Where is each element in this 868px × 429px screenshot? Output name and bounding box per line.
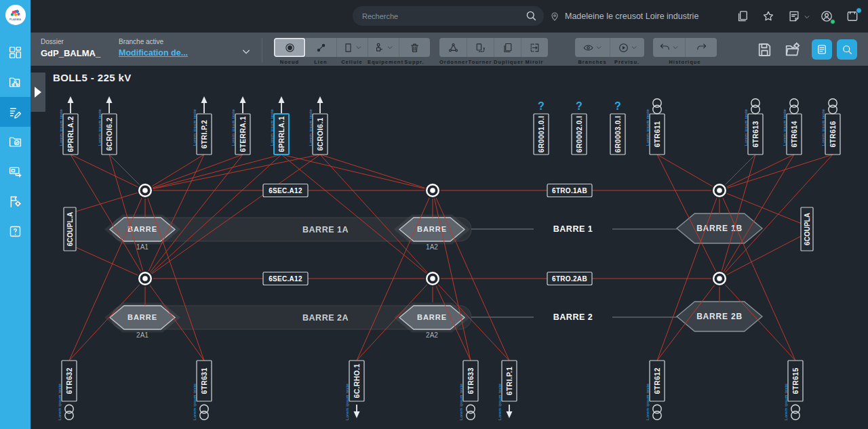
node-icon <box>284 42 296 54</box>
tool-label: Lien <box>305 59 336 65</box>
equipment-annotation: Lorem ipsum texte <box>98 108 102 146</box>
search-bar[interactable] <box>353 6 544 26</box>
save-button[interactable] <box>756 41 773 58</box>
equipment-label: 6R0003.0.I <box>614 116 622 152</box>
chevron-icon <box>387 44 393 51</box>
user-account-button[interactable] <box>820 9 834 24</box>
toolbar-group-historique: Historique <box>653 38 717 65</box>
panel-list-button[interactable] <box>812 39 832 60</box>
save-icon <box>756 41 773 58</box>
redo-icon <box>696 42 707 54</box>
device-plug-icon <box>8 165 22 179</box>
sidebar-item-flag-settings[interactable] <box>0 186 31 216</box>
tool-label: Dupliquer <box>494 59 521 65</box>
star-button[interactable] <box>762 9 776 24</box>
tool-lien[interactable] <box>305 38 336 57</box>
location-indicator[interactable]: Madeleine le creusot Loire industrie <box>549 0 698 33</box>
equipment-annotation: Lorem ipsum texte <box>193 383 197 420</box>
window-badge-button[interactable] <box>846 9 860 24</box>
tool-branches[interactable] <box>575 38 610 57</box>
junction-node-core <box>142 188 148 193</box>
app-logo[interactable]: PLASMA <box>5 5 26 25</box>
tool-noeud[interactable] <box>274 38 305 57</box>
doc-icon <box>816 43 828 56</box>
help-icon <box>8 224 22 239</box>
junction-node-core <box>430 276 435 281</box>
equipment-label: 6R0001.0.I <box>537 116 545 152</box>
undo-icon <box>659 42 671 54</box>
dossier-value: GdP_BALMA_ <box>41 48 100 58</box>
busbar-hex-label: BARRE <box>417 225 447 233</box>
sidebar-item-device-plug[interactable] <box>0 157 31 186</box>
tool-pr-visu-[interactable] <box>610 38 644 57</box>
branche-chevron-down-icon[interactable] <box>241 46 252 57</box>
equipment-label: 6TRI.P.1 <box>505 367 513 395</box>
equipment-annotation: Lorem ipsum texte <box>231 108 235 146</box>
equipment-annotation: Lorem ipsum texte <box>309 108 313 146</box>
sidebar: PLASMA <box>0 0 31 429</box>
search-icon <box>841 43 853 56</box>
cell-icon <box>342 42 354 54</box>
search-input[interactable] <box>362 6 518 26</box>
panel-search-button[interactable] <box>837 39 857 60</box>
tool-label: Prévisu. <box>610 59 644 65</box>
arrow-up-icon <box>317 96 323 103</box>
link-label-text: 6TRO.1AB <box>552 187 587 195</box>
equipment-label: 6TR611 <box>653 121 661 148</box>
sidebar-item-folder-network[interactable] <box>0 67 31 97</box>
transformer-icon <box>653 411 661 420</box>
blue-badge-dot <box>856 7 862 14</box>
notes-button[interactable] <box>787 9 802 24</box>
sidebar-item-dashboard[interactable] <box>0 37 31 67</box>
chevron-icon <box>804 14 810 20</box>
logo-text: PLASMA <box>9 18 21 21</box>
tool-suppr-[interactable] <box>399 38 430 57</box>
network-diagram: BARRE 1ABARRE 1BARRE1A1BARRE1A2BARRE 1BB… <box>31 66 868 429</box>
tool-undo[interactable] <box>653 38 685 57</box>
junction-node-core <box>142 276 148 281</box>
wire <box>320 155 433 190</box>
tool-label: Miroir <box>521 59 548 65</box>
sidebar-item-edit-list[interactable] <box>0 97 31 127</box>
equipment-label: 6TR613 <box>751 121 760 147</box>
coupler-label-text: 6COUPLA <box>804 213 811 245</box>
equipment-label: 6TR632 <box>65 367 73 394</box>
tool-dupliquer[interactable] <box>494 38 521 57</box>
copy-button[interactable] <box>736 9 750 24</box>
branche-active-link[interactable]: Modification de... <box>119 48 188 58</box>
equipment-label: 6TR633 <box>467 367 475 394</box>
wire <box>433 190 509 361</box>
equipment-annotation: Lorem ipsum texte <box>59 108 63 146</box>
arrow-up-icon <box>68 96 74 103</box>
tool-miroir[interactable] <box>521 38 548 57</box>
transformer-icon <box>200 411 208 420</box>
equipment-label: 6TRI.P.2 <box>200 120 208 148</box>
folder-gear-button[interactable] <box>784 41 801 58</box>
equipment-icon <box>374 42 385 54</box>
busbar-label: BARRE 1 <box>553 224 593 234</box>
diagram-canvas[interactable]: BOLL5 - 225 kV BARRE 1ABARRE 1BARRE1A1BA… <box>31 66 868 429</box>
chevron-icon <box>672 44 679 51</box>
tool-tourner[interactable] <box>467 38 494 57</box>
busbar-end-hex-label: BARRE 2B <box>696 312 743 321</box>
arrow-up-icon <box>201 96 208 103</box>
tool-cellule[interactable] <box>336 38 368 57</box>
equipment-annotation: Lorem ipsum texte <box>784 383 788 420</box>
busbar-hex-caption: 1A2 <box>426 243 438 251</box>
tool-equipement[interactable] <box>368 38 399 57</box>
equipment-annotation: Lorem ipsum texte <box>646 383 650 420</box>
sidebar-item-folder-check[interactable] <box>0 127 31 157</box>
wire <box>145 155 243 190</box>
equipment-label: 6TR614 <box>790 121 798 147</box>
equipment-annotation: Lorem ipsum texte <box>646 108 650 146</box>
tool-ordonner[interactable] <box>439 38 467 57</box>
transformer-icon <box>791 411 800 420</box>
branche-field: Branche active Modification de... <box>119 38 188 58</box>
pin-icon <box>549 11 560 22</box>
folder-gear-icon <box>784 41 801 58</box>
equipment-label: 6TR615 <box>791 367 800 394</box>
sidebar-item-help[interactable] <box>0 216 31 246</box>
busbar-hex-label: BARRE <box>417 313 447 321</box>
search-icon[interactable] <box>525 9 537 22</box>
tool-redo[interactable] <box>685 38 717 57</box>
